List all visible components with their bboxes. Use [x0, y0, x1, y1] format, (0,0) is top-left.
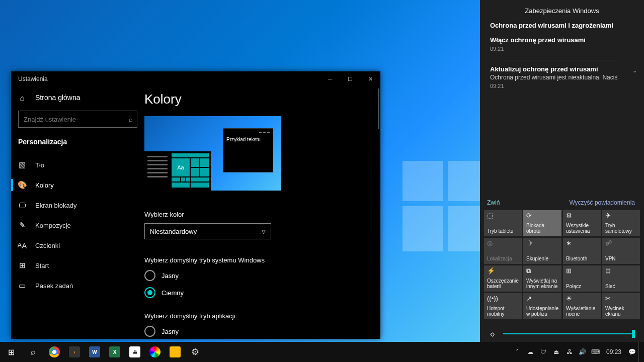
app-mode-label: Wybierz domyślny tryb aplikacji	[144, 312, 366, 320]
brightness-row: ☼	[480, 319, 644, 342]
font-icon: AA	[18, 241, 26, 249]
palette-icon: 🎨	[18, 181, 26, 189]
nav-background[interactable]: ▧Tło	[11, 155, 144, 175]
sample-window: Przykład tekstu	[223, 128, 273, 172]
home-label: Strona główna	[35, 94, 80, 102]
maximize-button[interactable]: ☐	[340, 71, 360, 86]
windows-logo	[403, 161, 493, 251]
quick-action-skupienie[interactable]: ☽Skupienie	[523, 238, 561, 264]
nav-themes[interactable]: ✎Kompozycje	[11, 215, 144, 235]
search-icon: ⌕	[129, 116, 133, 123]
taskbar-icon: ▭	[18, 282, 26, 290]
action-center-button[interactable]: 💬	[625, 342, 638, 362]
windows-mode-label: Wybierz domyślny tryb systemu Windows	[144, 256, 366, 264]
start-icon: ⊞	[18, 261, 26, 269]
settings-sidebar: ⌂ Strona główna ⌕ Personalizacja ▧Tło 🎨K…	[11, 86, 144, 339]
search-input[interactable]	[23, 115, 129, 124]
nav-taskbar[interactable]: ▭Pasek zadań	[11, 276, 144, 296]
chevron-down-icon: ▽	[262, 229, 266, 234]
quick-action-wycinek-ekranu[interactable]: ✂Wycinek ekranu	[602, 293, 640, 319]
taskbar-app-folder[interactable]	[165, 342, 185, 362]
quick-action-wyświetlanie-nocne[interactable]: ☀Wyświetlanie nocne	[563, 293, 601, 319]
scrollbar[interactable]	[378, 88, 379, 129]
nav-lockscreen[interactable]: 🖵Ekran blokady	[11, 195, 144, 215]
quick-action-blokada-obrotu[interactable]: ⟳Blokada obrotu	[523, 210, 561, 236]
notif-group-header: Ochrona przed wirusami i zagrożeniami	[490, 22, 634, 29]
quick-action-bluetooth[interactable]: ∗Bluetooth	[563, 238, 601, 264]
brightness-slider[interactable]	[503, 333, 635, 334]
settings-content: Kolory Aa Przykład t	[144, 86, 380, 339]
show-desktop-button[interactable]	[638, 342, 642, 362]
notification-item[interactable]: Włącz ochronę przed wirusami 09:21	[490, 36, 634, 56]
tray-onedrive-icon[interactable]: ☁	[524, 342, 537, 362]
home-link[interactable]: ⌂ Strona główna	[11, 86, 144, 109]
action-center: Zabezpieczenia Windows Ochrona przed wir…	[480, 0, 644, 342]
minimize-button[interactable]: ─	[320, 71, 340, 86]
taskbar-clock[interactable]: 09:23	[602, 348, 625, 355]
taskbar-app-word[interactable]: W	[85, 342, 105, 362]
color-preview: Aa Przykład tekstu	[144, 116, 281, 191]
close-button[interactable]: ✕	[360, 71, 380, 86]
quick-action-tryb-samolotowy[interactable]: ✈Tryb samolotowy	[602, 210, 640, 236]
quick-action-oszczędzanie-baterii[interactable]: ⚡Oszczędzanie baterii	[484, 265, 522, 292]
image-icon: ▧	[18, 161, 26, 169]
search-button[interactable]: ⌕	[22, 342, 44, 362]
tray-language-icon[interactable]: ⌨	[589, 342, 602, 362]
quick-action-wyświetlaj-na-innym-ekranie[interactable]: ⧉Wyświetlaj na innym ekranie	[523, 265, 561, 292]
quick-action-tryb-tabletu[interactable]: ⬚Tryb tabletu	[484, 210, 522, 236]
titlebar[interactable]: Ustawienia ─ ☐ ✕	[11, 71, 380, 86]
quick-action-hotspot-mobilny[interactable]: ((•))Hotspot mobilny	[484, 293, 522, 319]
tray-eject-icon[interactable]: ⏏	[550, 342, 563, 362]
clear-notifications-link[interactable]: Wyczyść powiadomienia	[569, 199, 635, 206]
quick-action-sieć[interactable]: ⊡Sieć	[602, 265, 640, 292]
nav-start[interactable]: ⊞Start	[11, 255, 144, 276]
section-header: Personalizacja	[11, 134, 144, 155]
taskbar-app-chrome[interactable]	[44, 342, 64, 362]
window-title: Ustawienia	[11, 75, 320, 82]
taskbar-app-excel[interactable]: X	[105, 342, 125, 362]
ac-app-title: Zabezpieczenia Windows	[480, 0, 644, 20]
nav-fonts[interactable]: AACzcionki	[11, 235, 144, 255]
search-box[interactable]: ⌕	[18, 111, 137, 128]
quick-action-połącz[interactable]: ⊞Połącz	[563, 265, 601, 292]
choose-color-label: Wybierz kolor	[144, 211, 366, 218]
lock-icon: 🖵	[18, 201, 26, 209]
brush-icon: ✎	[18, 221, 26, 229]
settings-window: Ustawienia ─ ☐ ✕ ⌂ Strona główna ⌕ Perso…	[11, 71, 380, 339]
quick-action-wszystkie-ustawienia[interactable]: ⚙Wszystkie ustawienia	[563, 210, 601, 236]
tray-chevron-icon[interactable]: ˄	[511, 342, 524, 362]
tray-defender-icon[interactable]: 🛡	[537, 342, 550, 362]
taskbar-app-skull[interactable]: ☠	[125, 342, 145, 362]
color-dropdown[interactable]: Niestandardowy ▽	[144, 223, 271, 239]
taskbar-app-color[interactable]	[145, 342, 165, 362]
radio-light-app[interactable]: Jasny	[144, 326, 366, 337]
radio-dark-windows[interactable]: Ciemny	[144, 287, 366, 298]
brightness-icon: ☼	[489, 329, 496, 338]
taskbar-app-settings[interactable]: ⚙	[185, 342, 205, 362]
start-button[interactable]: ⊞	[0, 342, 22, 362]
home-icon: ⌂	[18, 94, 26, 102]
collapse-link[interactable]: Zwiń	[487, 199, 500, 206]
radio-light-windows[interactable]: Jasny	[144, 270, 366, 281]
nav-colors[interactable]: 🎨Kolory	[11, 175, 144, 195]
quick-action-lokalizacja[interactable]: ◎Lokalizacja	[484, 238, 522, 264]
taskbar: ⊞ ⌕ › W X ☠ ⚙ ˄ ☁ 🛡 ⏏ 🖧 🔊 ⌨ 09:23 💬	[0, 342, 644, 362]
quick-action-vpn[interactable]: ☍VPN	[602, 238, 640, 264]
quick-action-udostępnianie-w-pobliżu[interactable]: ↗Udostępnianie w pobliżu	[523, 293, 561, 319]
taskbar-app-terminal[interactable]: ›	[64, 342, 85, 362]
notification-item[interactable]: ⌄ Aktualizuj ochronę przed wirusami Ochr…	[490, 65, 634, 93]
page-title: Kolory	[144, 92, 366, 107]
tray-network-icon[interactable]: 🖧	[563, 342, 576, 362]
tray-volume-icon[interactable]: 🔊	[576, 342, 589, 362]
chevron-down-icon[interactable]: ⌄	[632, 67, 637, 74]
